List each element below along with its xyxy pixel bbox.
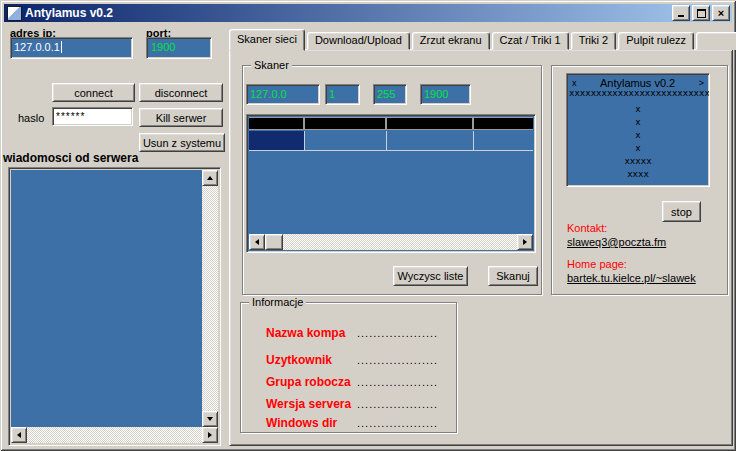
contact-email-link[interactable]: slaweq3@poczta.fm [567, 236, 666, 248]
tab-czat-triki-1[interactable]: Czat / Triki 1 [492, 32, 569, 50]
stop-button[interactable]: stop [662, 201, 701, 222]
scroll-thumb[interactable] [265, 234, 283, 250]
info-row-grupa-robocza: Grupa robocza.................... [266, 375, 351, 388]
homepage-link[interactable]: bartek.tu.kielce.pl/~slawek [567, 272, 696, 284]
scroll-track[interactable] [202, 186, 218, 411]
ascii-art-line: x [567, 142, 709, 155]
maximize-button[interactable] [692, 5, 710, 21]
tab-empty[interactable] [696, 32, 736, 50]
info-row-value: .................... [357, 398, 438, 410]
info-row-uzytkownik: Uzytkownik.................... [266, 353, 332, 366]
info-row-label: Grupa robocza [266, 375, 351, 389]
close-icon: × [718, 8, 724, 18]
scan-range-field-1[interactable]: 127.0.0 [246, 84, 320, 105]
arrow-left-icon [255, 239, 259, 245]
arrow-right-icon [208, 432, 212, 438]
messages-vertical-scrollbar[interactable] [202, 170, 218, 427]
about-banner: x Antylamus v0.2 > xxxxxxxxxxxxxxxxxxxxx… [566, 73, 710, 187]
scroll-left-button[interactable] [249, 234, 265, 250]
info-row-windows-dir: Windows dir.................... [266, 416, 337, 429]
ascii-art-line: x [567, 103, 709, 116]
scroll-down-button[interactable] [202, 411, 218, 427]
tab-skaner-sieci[interactable]: Skaner sieci [229, 29, 305, 51]
window-title: Antylamus v0.2 [25, 6, 672, 20]
scroll-left-button[interactable] [11, 427, 27, 443]
tab-triki-2[interactable]: Triki 2 [571, 32, 617, 50]
info-row-label: Wersja servera [266, 397, 351, 411]
maximize-icon [697, 9, 706, 18]
app-window: Antylamus v0.2 × adres ip: 127.0.0.1 por… [0, 0, 736, 451]
minimize-icon [678, 15, 684, 17]
scan-range-field-3[interactable]: 255 [373, 84, 407, 105]
connect-button[interactable]: connect [52, 83, 135, 102]
scan-range-field-2[interactable]: 1 [325, 84, 360, 105]
password-label: haslo [18, 112, 44, 124]
ascii-art-line: x [567, 116, 709, 129]
tab-download-upload[interactable]: Download/Upload [307, 32, 410, 50]
table-row[interactable] [249, 131, 533, 151]
arrow-down-icon [207, 417, 213, 421]
scroll-track[interactable] [283, 234, 517, 250]
table-cell[interactable] [305, 131, 387, 150]
remove-from-system-button[interactable]: Usun z systemu [139, 133, 225, 152]
info-row-value: .................... [357, 417, 438, 429]
scroll-track[interactable] [27, 427, 202, 443]
table-header-cell[interactable] [249, 118, 303, 129]
info-row-wersja-servera: Wersja servera.................... [266, 397, 351, 410]
about-right-glyph: > [699, 78, 704, 88]
scroll-right-button[interactable] [202, 427, 218, 443]
tab-zrzut-ekranu[interactable]: Zrzut ekranu [412, 32, 490, 50]
scroll-right-button[interactable] [517, 234, 533, 250]
scanner-ip-range-fields: 127.0.012551900 [246, 84, 471, 105]
about-separator: xxxxxxxxxxxxxxxxxxxxxxxxxxxxxxxxxx [567, 89, 709, 98]
close-button[interactable]: × [712, 5, 730, 21]
table-header-row [249, 117, 533, 130]
clear-list-button[interactable]: Wyczysc liste [393, 266, 468, 286]
info-row-label: Nazwa kompa [266, 326, 345, 340]
server-messages-content[interactable] [11, 170, 202, 427]
about-ascii-art: xxxxxxxxxxxxx [567, 103, 709, 181]
scan-range-field-4[interactable]: 1900 [420, 84, 471, 105]
scanner-group-label: Skaner [251, 59, 292, 71]
server-messages-box[interactable] [8, 167, 221, 446]
tab-pulpit-rulezz[interactable]: Pulpit rulezz [618, 32, 694, 50]
info-row-value: .................... [357, 327, 438, 339]
ascii-art-line: xxxxx [567, 155, 709, 168]
title-bar[interactable]: Antylamus v0.2 × [4, 4, 732, 22]
text-caret [61, 41, 62, 53]
scanner-result-table[interactable] [246, 114, 536, 253]
table-body[interactable] [249, 151, 533, 234]
info-row-label: Uzytkownik [266, 353, 332, 367]
arrow-left-icon [17, 432, 21, 438]
minimize-button[interactable] [672, 5, 690, 21]
password-input[interactable]: ****** [52, 107, 133, 126]
ip-value: 127.0.0.1 [11, 41, 60, 53]
ip-input[interactable]: 127.0.0.1 [10, 37, 133, 59]
table-header-cell[interactable] [474, 118, 533, 129]
arrow-right-icon [523, 239, 527, 245]
scan-button[interactable]: Skanuj [488, 266, 538, 286]
info-group-label: Informacje [249, 296, 306, 308]
table-cell[interactable] [387, 131, 474, 150]
info-row-value: .................... [357, 354, 438, 366]
table-header-cell[interactable] [387, 118, 472, 129]
about-title: Antylamus v0.2 [600, 77, 675, 89]
port-input[interactable]: 1900 [146, 37, 212, 59]
about-left-glyph: x [572, 78, 577, 88]
app-icon [7, 6, 22, 21]
info-row-nazwa-kompa: Nazwa kompa.................... [266, 326, 345, 339]
arrow-up-icon [207, 176, 213, 180]
messages-horizontal-scrollbar[interactable] [11, 427, 218, 443]
table-header-cell[interactable] [305, 118, 385, 129]
info-row-label: Windows dir [266, 416, 337, 430]
info-groupbox: Informacje Nazwa kompa..................… [240, 302, 457, 433]
ascii-art-line: x [567, 129, 709, 142]
table-cell-selected[interactable] [249, 131, 305, 150]
info-row-value: .................... [357, 376, 438, 388]
scroll-up-button[interactable] [202, 170, 218, 186]
disconnect-button[interactable]: disconnect [139, 83, 223, 102]
table-cell[interactable] [474, 131, 533, 150]
kill-server-button[interactable]: Kill serwer [139, 108, 223, 127]
server-messages-label: wiadomosci od serwera [3, 151, 138, 165]
table-horizontal-scrollbar[interactable] [249, 234, 533, 250]
